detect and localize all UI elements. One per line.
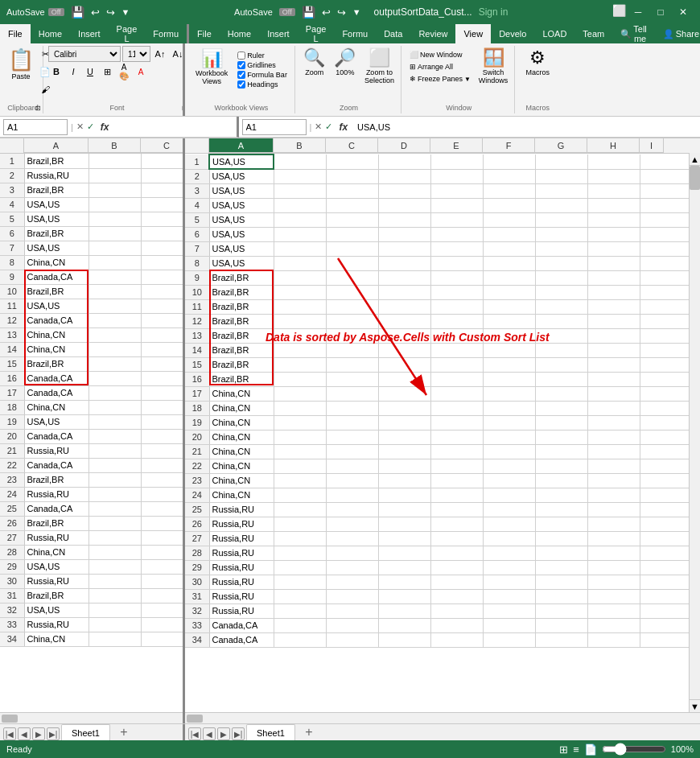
headings-checkbox[interactable] (237, 80, 245, 89)
cell-empty[interactable] (535, 531, 587, 546)
cell-empty[interactable] (89, 226, 141, 241)
fill-color-btn[interactable]: A🎨 (116, 64, 132, 80)
cell-empty[interactable] (587, 444, 640, 459)
cell-empty[interactable] (430, 444, 483, 459)
row-number[interactable]: 10 (185, 285, 209, 299)
cell-empty[interactable] (141, 588, 183, 603)
cell-a[interactable]: China,CN (209, 473, 274, 488)
cell-empty[interactable] (274, 444, 326, 459)
cell-empty[interactable] (326, 575, 378, 589)
cell-empty[interactable] (587, 183, 640, 198)
cell-empty[interactable] (430, 632, 483, 647)
cell-empty[interactable] (535, 212, 587, 227)
cell-empty[interactable] (141, 183, 183, 197)
cell-empty[interactable] (587, 517, 640, 531)
cell-empty[interactable] (430, 415, 483, 430)
tab-file-right[interactable]: File (189, 24, 220, 43)
cell-empty[interactable] (274, 560, 326, 575)
cell-empty[interactable] (640, 241, 692, 256)
cell-empty[interactable] (89, 212, 141, 226)
font-size-select[interactable]: 11 (122, 46, 150, 62)
cell-empty[interactable] (535, 372, 587, 386)
right-col-I[interactable]: I (640, 138, 664, 153)
row-number[interactable]: 11 (0, 299, 24, 313)
row-number[interactable]: 28 (185, 546, 209, 560)
sheet-view-icon[interactable]: ≡ (573, 744, 579, 756)
right-formula-input[interactable] (354, 121, 697, 134)
cell-empty[interactable] (430, 459, 483, 473)
row-number[interactable]: 9 (0, 270, 24, 284)
cell-empty[interactable] (535, 299, 587, 314)
cell-empty[interactable] (89, 458, 141, 472)
cell-empty[interactable] (89, 255, 141, 270)
cell-empty[interactable] (378, 357, 430, 372)
row-number[interactable]: 5 (185, 212, 209, 227)
right-col-G[interactable]: G (535, 138, 587, 153)
cell-empty[interactable] (326, 343, 378, 357)
right-name-box[interactable] (242, 119, 307, 135)
cell-empty[interactable] (274, 459, 326, 473)
italic-btn[interactable]: I (65, 64, 81, 80)
cell-empty[interactable] (141, 270, 183, 284)
cell-empty[interactable] (89, 443, 141, 458)
cell-empty[interactable] (326, 415, 378, 430)
cell-empty[interactable] (483, 401, 535, 415)
cell-empty[interactable] (274, 575, 326, 589)
cell-empty[interactable] (326, 154, 378, 169)
cell-empty[interactable] (535, 285, 587, 299)
left-grid-scroll[interactable]: 1Brazil,BR2Russia,RU3Brazil,BR4USA,US5US… (0, 154, 183, 712)
cell-empty[interactable] (326, 604, 378, 618)
cell-empty[interactable] (89, 516, 141, 530)
cell-empty[interactable] (535, 502, 587, 517)
cell-empty[interactable] (274, 212, 326, 227)
cell-empty[interactable] (89, 270, 141, 284)
left-sheet-nav-prev[interactable]: ◀ (18, 727, 31, 740)
cell-empty[interactable] (430, 328, 483, 343)
cell-empty[interactable] (274, 618, 326, 632)
row-number[interactable]: 25 (0, 501, 24, 516)
row-number[interactable]: 4 (0, 197, 24, 212)
zoom-selection-btn[interactable]: ⬜ Zoom toSelection (361, 46, 397, 102)
left-sheet-nav-next[interactable]: ▶ (32, 727, 45, 740)
cell-empty[interactable] (483, 430, 535, 444)
cell-empty[interactable] (587, 169, 640, 183)
cell-empty[interactable] (326, 328, 378, 343)
cell-empty[interactable] (483, 604, 535, 618)
row-number[interactable]: 17 (0, 385, 24, 400)
right-grid-scroll[interactable]: 1USA,US2USA,US3USA,US4USA,US5USA,US6USA,… (185, 154, 700, 712)
left-sheet-nav-first[interactable]: |◀ (3, 727, 16, 740)
cell-empty[interactable] (535, 154, 587, 169)
cell-a[interactable]: USA,US (209, 198, 274, 212)
row-number[interactable]: 16 (185, 372, 209, 386)
cell-a[interactable]: Russia,RU (209, 502, 274, 517)
right-col-F[interactable]: F (483, 138, 535, 153)
cell-empty[interactable] (430, 473, 483, 488)
row-number[interactable]: 13 (185, 328, 209, 343)
row-number[interactable]: 2 (185, 169, 209, 183)
cell-a[interactable]: China,CN (24, 255, 89, 270)
cell-empty[interactable] (141, 400, 183, 414)
row-number[interactable]: 22 (185, 459, 209, 473)
cell-empty[interactable] (378, 560, 430, 575)
left-sheet-add[interactable]: + (115, 724, 133, 740)
cell-a[interactable]: Brazil,BR (209, 343, 274, 357)
cell-a[interactable]: USA,US (24, 212, 89, 226)
cell-empty[interactable] (378, 154, 430, 169)
cell-empty[interactable] (430, 589, 483, 604)
left-col-A[interactable]: A (24, 138, 89, 153)
row-number[interactable]: 4 (185, 198, 209, 212)
cell-empty[interactable] (326, 314, 378, 328)
cell-empty[interactable] (274, 198, 326, 212)
cell-empty[interactable] (89, 559, 141, 574)
cell-empty[interactable] (274, 183, 326, 198)
left-name-box[interactable] (3, 119, 68, 135)
cell-a[interactable]: Brazil,BR (209, 357, 274, 372)
scroll-up-btn[interactable]: ▲ (690, 153, 700, 166)
cell-empty[interactable] (326, 459, 378, 473)
clipboard-expand[interactable]: ⊡ (35, 105, 41, 112)
cell-empty[interactable] (378, 328, 430, 343)
cell-a[interactable]: China,CN (209, 488, 274, 502)
font-family-select[interactable]: Calibri (48, 46, 121, 62)
maximize-btn[interactable]: □ (650, 4, 671, 20)
row-number[interactable]: 34 (185, 632, 209, 647)
